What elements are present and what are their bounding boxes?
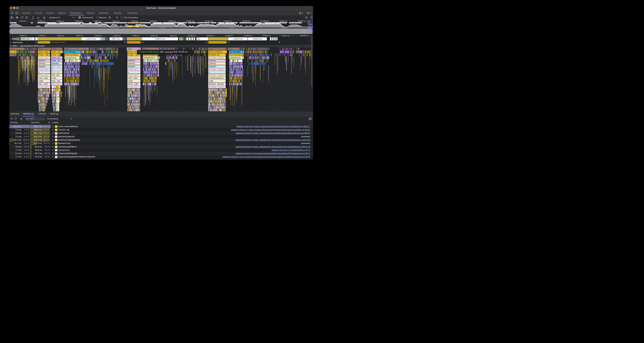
svg-text:5,000 ms: 5,000 ms	[94, 20, 101, 22]
svg-text:Task: Task	[208, 48, 212, 50]
svg-text:batc...s$1: batc...s$1	[52, 80, 60, 82]
svg-text:Func...call: Func...call	[52, 54, 60, 56]
svg-text:On ignor...^node:): On ignor...^node:)	[209, 74, 224, 76]
svg-text:Ev...pt: Ev...pt	[10, 51, 16, 53]
svg-text:Event: pointerup: Event: pointerup	[209, 51, 223, 53]
svg-text:Task: Task	[65, 48, 69, 50]
svg-text:notify: notify	[38, 80, 43, 82]
svg-text:On ig...de:): On ig...de:)	[38, 56, 48, 59]
svg-text:(a...): (a...)	[144, 60, 148, 62]
svg-text:1,000 ms: 1,000 ms	[20, 35, 27, 36]
svg-text:1,017.5 ms: 1,017.5 ms	[86, 38, 96, 40]
svg-text:notifyNestedSubs: notifyNestedSubs	[209, 77, 224, 79]
svg-text:Task: Task	[10, 48, 14, 50]
svg-text:4,000 ms: 4,000 ms	[76, 35, 83, 36]
svg-text:notif...Subs: notif...Subs	[128, 77, 138, 79]
svg-text:Function call: Function call	[209, 54, 220, 56]
svg-text:NET: NET	[308, 27, 312, 30]
svg-text:Interactions: Interactions	[12, 41, 23, 44]
svg-text:(a...): (a...)	[66, 60, 70, 62]
svg-text:16,000 ms: 16,000 ms	[298, 20, 306, 22]
svg-text:batched...dates$1: batched...dates$1	[209, 83, 224, 85]
svg-text:noti...ubs: noti...ubs	[52, 74, 60, 76]
svg-text:8,000 ms: 8,000 ms	[151, 35, 158, 36]
svg-text:1,034.9 ms: 1,034.9 ms	[252, 38, 262, 40]
svg-text:Task: Task	[38, 48, 42, 50]
svg-text:On i...de:): On i...de:)	[52, 66, 60, 68]
svg-text:(...): (...)	[230, 60, 233, 62]
svg-text:H: H	[206, 42, 207, 43]
svg-text:Run microtasks: Run microtasks	[65, 54, 78, 56]
svg-text:11,000 ms: 11,000 ms	[205, 20, 213, 22]
svg-text:12,000 ms: 12,000 ms	[225, 35, 233, 36]
svg-text:s: s	[52, 68, 53, 70]
svg-text:On ignor...^node:): On ignor...^node:)	[209, 86, 224, 88]
svg-text:Task: Task	[128, 48, 132, 50]
svg-text:batch...es$1: batch...es$1	[128, 83, 138, 85]
svg-text:notify: notify	[52, 77, 56, 79]
svg-text:upda...set: upda...set	[52, 60, 60, 62]
svg-text:notify: notify	[209, 80, 214, 82]
svg-text:E...: E...	[57, 86, 60, 88]
svg-text:Run microtasks: Run microtasks	[230, 54, 243, 56]
svg-text:Task: Task	[228, 48, 232, 50]
svg-text:(anonymous): (anonymous)	[144, 56, 155, 59]
svg-text:onPress: onPress	[38, 62, 46, 65]
svg-text:14,000 ms: 14,000 ms	[262, 35, 271, 36]
svg-text:O...: O...	[57, 92, 60, 94]
svg-text:On message: On message	[65, 51, 76, 53]
svg-text:On ig...de:): On ig...de:)	[38, 68, 48, 70]
svg-text:onPress: onPress	[128, 60, 135, 62]
svg-text:10,000 ms: 10,000 ms	[186, 20, 194, 22]
svg-text:2,067.9 ms: 2,067.9 ms	[155, 38, 165, 40]
svg-text:s: s	[128, 71, 129, 74]
svg-text:b...: b...	[230, 62, 233, 65]
svg-text:12,000 ms: 12,000 ms	[223, 20, 232, 22]
svg-text:batc...es$1: batc...es$1	[38, 83, 48, 85]
svg-text:onPress: onPress	[209, 60, 216, 62]
svg-text:7,000 ms: 7,000 ms	[132, 35, 140, 36]
svg-text:b...: b...	[57, 109, 60, 111]
svg-text:833.6 ms: 833.6 ms	[22, 38, 30, 40]
svg-text:(a...): (a...)	[234, 60, 238, 62]
svg-text:dispatch: dispatch	[38, 66, 46, 68]
svg-text:notify: notify	[128, 80, 133, 82]
svg-text:10,000 ms: 10,000 ms	[188, 35, 196, 36]
svg-text:5,000 ms: 5,000 ms	[94, 35, 102, 36]
svg-text:(ano...us): (ano...us)	[52, 56, 60, 59]
svg-text:Task: Task	[52, 48, 56, 50]
svg-text:On ig...de:): On ig...de:)	[128, 86, 138, 88]
svg-text:8,000 ms: 8,000 ms	[150, 20, 157, 22]
svg-text:15,000 ms: 15,000 ms	[279, 20, 288, 22]
svg-text:On ig...de:): On ig...de:)	[128, 68, 138, 70]
svg-text:s: s	[209, 71, 210, 74]
svg-text:1,050.9 ms: 1,050.9 ms	[233, 38, 243, 40]
svg-text:On i...de:): On i...de:)	[52, 83, 60, 85]
svg-text:c...: c...	[57, 98, 59, 100]
svg-text:On ig...de:): On ig...de:)	[128, 74, 138, 76]
svg-text:n...: n...	[57, 106, 60, 108]
svg-text:13,000 ms: 13,000 ms	[242, 20, 250, 22]
svg-text:c...: c...	[57, 94, 59, 97]
svg-text:onPress: onPress	[38, 60, 46, 62]
svg-text:d...: d...	[57, 89, 60, 91]
svg-text:dispatch: dispatch	[128, 66, 135, 68]
svg-text:9,000 ms: 9,000 ms	[170, 35, 177, 36]
svg-text:11,000 ms: 11,000 ms	[206, 35, 214, 36]
svg-text:9,000 ms: 9,000 ms	[168, 20, 176, 22]
svg-text:dispatch: dispatch	[209, 66, 216, 68]
svg-text:15,000 ms: 15,000 ms	[281, 35, 290, 36]
svg-text:16,000 ms: 16,000 ms	[300, 35, 308, 36]
svg-text:3,000 ms: 3,000 ms	[57, 35, 64, 36]
svg-text:dispatch: dispatch	[52, 62, 59, 65]
svg-text:6,000 ms: 6,000 ms	[112, 20, 120, 22]
svg-text:On i...de:): On i...de:)	[52, 71, 60, 74]
svg-text:13,000 ms: 13,000 ms	[244, 35, 252, 36]
svg-text:(anonymous): (anonymous)	[65, 56, 76, 59]
svg-text:H: H	[35, 42, 36, 43]
svg-text:2,000 ms: 2,000 ms	[38, 35, 46, 36]
svg-text:Funct... call: Funct... call	[38, 54, 48, 56]
svg-text:14,000 ms: 14,000 ms	[261, 20, 269, 22]
svg-text:7,000 ms: 7,000 ms	[131, 20, 138, 22]
svg-text:Pr...ad: Pr...ad	[10, 54, 16, 56]
